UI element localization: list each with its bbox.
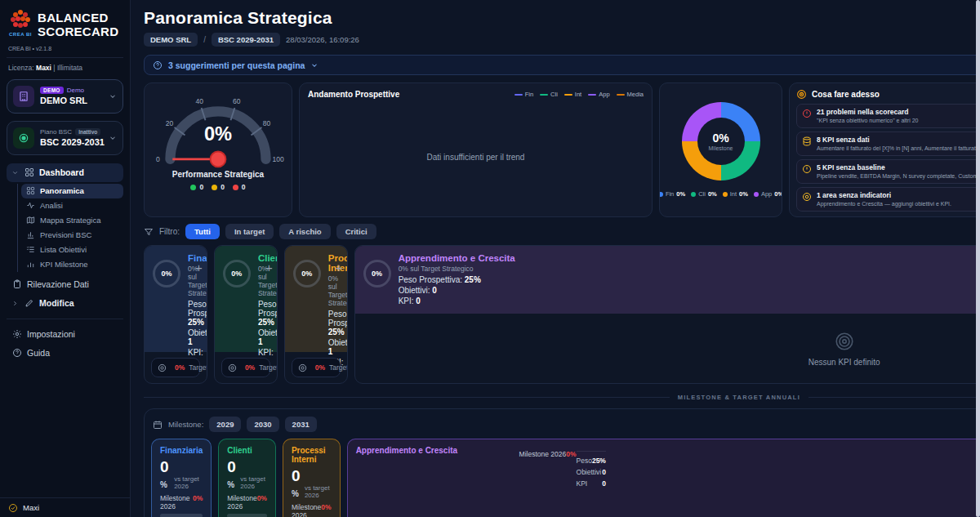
crea-bi-label: CREA BI: [9, 32, 32, 37]
sidebar-item-lista-obiettivi[interactable]: Lista Obiettivi: [21, 243, 123, 257]
datetime: 28/03/2026, 16:09:26: [286, 35, 359, 44]
fin-legend-dash: [514, 94, 523, 96]
filter-tutti-button[interactable]: Tutti: [185, 224, 220, 239]
breadcrumb: DEMO SRL / BSC 2029-2031 28/03/2026, 16:…: [144, 33, 359, 47]
sidebar-item-label: Impostazioni: [27, 329, 75, 339]
objective-row[interactable]: Acquisire {X} nuovi clienti in {N}... 0%…: [221, 358, 270, 377]
gear-icon: [11, 329, 22, 340]
year-2031-button[interactable]: 2031: [285, 417, 317, 432]
donut-label: Milestone: [709, 145, 733, 151]
objective-row[interactable]: Aumentare il fatturato del {X}%... 0% Ta…: [151, 358, 200, 377]
perspective-card-clienti: 0% Clienti 0% sul Target Strategico Peso…: [214, 245, 278, 384]
plan-name: BSC 2029-2031: [40, 137, 103, 147]
license-badge-icon: [8, 503, 18, 513]
int-legend-dash: [564, 94, 572, 96]
suggestions-text: 3 suggerimenti per questa pagina: [168, 60, 305, 70]
objective-row[interactable]: Aumentare la produttività del {... 0% Ta…: [292, 358, 341, 377]
sidebar-content: CREA BI BALANCED SCORECARD CREA BI • v2.…: [0, 0, 130, 497]
target-icon: [796, 89, 807, 100]
sidebar-item-previsioni-bsc[interactable]: Previsioni BSC: [21, 228, 123, 243]
plan-info: Piano BSC Inattivo BSC 2029-2031: [40, 128, 103, 147]
yellow-dot: [212, 185, 217, 190]
plan-status-badge: Inattivo: [75, 128, 100, 136]
todo-item-area-senza-indicatori[interactable]: 1 area senza indicatoriApprendimento e C…: [796, 187, 980, 212]
user-bar[interactable]: Maxi: [0, 497, 130, 517]
sidebar-item-rilevazione-dati[interactable]: Rilevazione Dati: [7, 275, 123, 294]
filter-bar: Filtro: Tutti In target A rischio Critic…: [144, 224, 980, 239]
chevron-down-icon: [109, 92, 117, 100]
filter-in-target-button[interactable]: In target: [225, 224, 274, 239]
breadcrumb-separator: /: [203, 35, 206, 44]
milestone-card-finanziaria: Finanziaria 0 % vs target 2026 Milestone…: [151, 439, 212, 517]
sidebar-item-label: Previsioni BSC: [40, 230, 91, 239]
green-dot: [190, 185, 196, 190]
progress-bar: [227, 514, 267, 517]
app-version: CREA BI • v2.1.8: [8, 46, 123, 51]
svg-text:0: 0: [156, 155, 160, 163]
sidebar-item-kpi-milestone[interactable]: KPI Milestone: [21, 257, 123, 272]
sidebar-item-label: Rilevazione Dati: [27, 279, 89, 289]
suggestions-bar[interactable]: 3 suggerimenti per questa pagina: [144, 55, 980, 75]
grid-icon: [24, 167, 34, 178]
int-dot: [723, 192, 728, 197]
demo-tag: Demo: [67, 87, 84, 94]
chevron-down-icon[interactable]: [310, 61, 318, 69]
brand: CREA BI BALANCED SCORECARD: [7, 7, 123, 41]
chevron-down-icon: [109, 134, 117, 142]
dashboard-submenu: Panoramica Analisi Mappa Strategica Prev…: [17, 184, 123, 272]
sidebar-item-label: Modifica: [39, 298, 74, 308]
milestone-card-processi-interni: Processi Interni 0 % vs target 2026 Mile…: [283, 439, 341, 517]
media-legend-dash: [617, 94, 625, 96]
sidebar-item-mappa-strategica[interactable]: Mappa Strategica: [21, 213, 123, 228]
todo-title: Cosa fare adesso: [812, 90, 880, 99]
milestone-card-clienti: Clienti 0 % vs target 2026 Milestone 202…: [218, 439, 276, 517]
sidebar-item-panoramica[interactable]: Panoramica: [21, 184, 123, 198]
filter-label: Filtro:: [159, 227, 180, 236]
page-title: Panoramica Strategica: [144, 8, 359, 28]
add-objective-button[interactable]: +: [265, 261, 273, 345]
filter-critici-button[interactable]: Critici: [336, 224, 376, 239]
perspective-score-ring: 0%: [153, 260, 180, 287]
sidebar-item-guida[interactable]: Guida: [7, 344, 123, 363]
cli-dot: [691, 192, 696, 197]
year-2029-button[interactable]: 2029: [209, 417, 241, 432]
app-root: CREA BI BALANCED SCORECARD CREA BI • v2.…: [0, 0, 980, 517]
alert-circle-icon: [802, 109, 812, 124]
donut-value: 0%: [712, 131, 728, 145]
sidebar-item-modifica[interactable]: Modifica: [7, 294, 123, 313]
add-objective-button[interactable]: +: [195, 261, 203, 345]
milestone-section-divider: MILESTONE & TARGET ANNUALI: [144, 394, 980, 401]
red-dot: [233, 185, 238, 190]
clipboard-icon: [11, 279, 22, 290]
trend-empty-state: Dati insufficienti per il trend: [300, 153, 652, 162]
funnel-icon: [144, 227, 154, 237]
performance-gauge-card: 0 20 40 60 80 100 0% Performance Strateg…: [144, 82, 292, 217]
gauge-chart: 0 20 40 60 80 100 0%: [149, 88, 287, 172]
sidebar-item-analisi[interactable]: Analisi: [21, 198, 123, 213]
year-2030-button[interactable]: 2030: [247, 417, 278, 432]
todo-item-problemi[interactable]: 21 problemi nella scorecard"KPI senza ob…: [796, 104, 980, 128]
company-info: DEMO Demo DEMO SRL: [40, 87, 103, 105]
kpi-bars-icon: [26, 260, 35, 269]
add-objective-button[interactable]: +: [336, 261, 343, 345]
target-icon: [158, 363, 167, 372]
brand-line1: BALANCED: [38, 11, 118, 25]
sidebar-item-impostazioni[interactable]: Impostazioni: [7, 325, 123, 344]
calendar-icon: [153, 420, 163, 430]
todo-item-kpi-senza-dati[interactable]: 8 KPI senza datiAumentare il fatturato d…: [796, 131, 980, 156]
sidebar-item-dashboard[interactable]: Dashboard: [7, 163, 123, 182]
scrollbar[interactable]: [976, 0, 980, 517]
todo-item-kpi-senza-baseline[interactable]: 5 KPI senza baselinePipeline vendite, EB…: [796, 159, 980, 184]
progress-bar: [160, 514, 203, 517]
hint-icon: [153, 60, 163, 70]
plan-selector[interactable]: Piano BSC Inattivo BSC 2029-2031: [7, 121, 123, 155]
demo-badge: DEMO: [40, 87, 64, 94]
plan-label: Piano BSC: [40, 128, 72, 136]
filter-a-rischio-button[interactable]: A rischio: [279, 224, 330, 239]
perspective-title: Apprendimento e Crescita: [399, 253, 980, 263]
user-name: Maxi: [23, 503, 39, 512]
milestone-header: Milestone: 2029 2030 2031 Gestisci Targe…: [151, 415, 980, 439]
divider: [7, 57, 123, 58]
svg-text:100: 100: [273, 155, 284, 163]
company-selector[interactable]: DEMO Demo DEMO SRL: [7, 79, 123, 114]
